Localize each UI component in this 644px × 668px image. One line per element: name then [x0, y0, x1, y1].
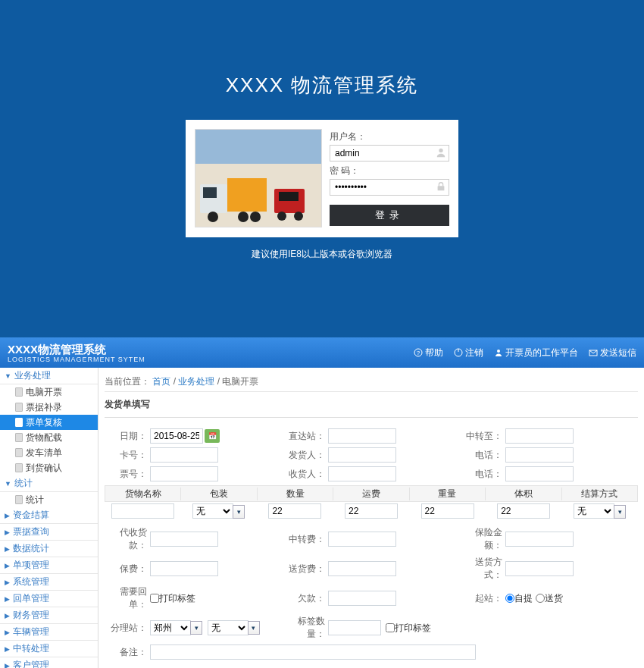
goods-name-input[interactable]: [111, 503, 174, 519]
package-select[interactable]: 无: [192, 503, 233, 519]
user-icon: [494, 348, 503, 357]
sidebar-group-finance[interactable]: ▶财务管理: [0, 607, 98, 624]
chevron-down-icon: ▾: [233, 505, 245, 519]
owe-label: 欠款：: [283, 592, 328, 605]
sidebar-item-arrival-confirm[interactable]: 到货确认: [0, 460, 98, 475]
branch-select[interactable]: 郑州: [150, 620, 191, 635]
caret-down-icon: ▼: [5, 372, 11, 380]
branch-select2[interactable]: 无: [208, 620, 249, 635]
qty-input[interactable]: [268, 503, 321, 519]
origin-deliver-radio[interactable]: [536, 594, 545, 603]
card-input[interactable]: [150, 447, 218, 463]
password-label: 密 码：: [330, 165, 449, 177]
login-title: XXXX 物流管理系统: [226, 72, 419, 99]
file-icon: [15, 387, 23, 397]
insamt-label: 保险金额：: [460, 526, 505, 552]
login-image: [195, 129, 322, 227]
crumb-business[interactable]: 业务处理: [178, 376, 214, 387]
print-checkbox[interactable]: [386, 623, 395, 632]
owe-input[interactable]: [328, 591, 396, 606]
transfer-input[interactable]: [505, 428, 574, 444]
svg-rect-1: [438, 186, 445, 190]
password-input[interactable]: [330, 179, 449, 196]
header-bar: XXXX物流管理系统 LOGISTICS MANAGERMENT SYTEM ?…: [0, 337, 644, 368]
receiver-input[interactable]: [328, 466, 396, 481]
help-link[interactable]: ?帮助: [414, 347, 443, 359]
insure-input[interactable]: [150, 561, 218, 576]
sidebar-group-receipt[interactable]: ▶回单管理: [0, 591, 98, 607]
username-input[interactable]: [330, 145, 449, 162]
collect-label: 代收货款：: [105, 526, 150, 552]
sms-link[interactable]: 发送短信: [589, 347, 636, 359]
weight-input[interactable]: [421, 503, 474, 519]
labelqty-label: 标签数量：: [283, 615, 328, 641]
shipway-input[interactable]: [505, 561, 574, 576]
transfee-label: 中转费：: [283, 533, 328, 546]
collect-input[interactable]: [150, 532, 218, 547]
caret-right-icon: ▶: [5, 512, 10, 519]
origin-self-radio[interactable]: [505, 594, 514, 603]
insamt-input[interactable]: [505, 532, 574, 547]
labelqty-input[interactable]: [328, 620, 381, 635]
return-checkbox[interactable]: [150, 594, 159, 603]
date-input[interactable]: [150, 428, 203, 444]
return-label: 需要回单：: [105, 585, 150, 611]
chevron-down-icon: ▾: [190, 621, 202, 635]
login-button[interactable]: 登录: [330, 205, 449, 226]
logout-icon: [454, 348, 463, 357]
sidebar-item-computer-ticket[interactable]: 电脑开票: [0, 384, 98, 400]
sidebar-group-ticket-query[interactable]: ▶票据查询: [0, 524, 98, 541]
note-label: 备注：: [105, 646, 150, 659]
transfer-label: 中转至：: [460, 430, 505, 443]
sidebar-item-departure-list[interactable]: 发车清单: [0, 445, 98, 460]
logout-link[interactable]: 注销: [454, 347, 483, 359]
settle-select[interactable]: 无: [574, 503, 614, 519]
sidebar-group-vehicle[interactable]: ▶车辆管理: [0, 624, 98, 641]
phone-input[interactable]: [505, 447, 574, 463]
ticket-input[interactable]: [150, 466, 218, 481]
transfee-input[interactable]: [328, 532, 396, 547]
mail-icon: [589, 348, 598, 357]
svg-point-6: [497, 350, 500, 353]
sender-label: 发货人：: [283, 449, 328, 462]
sidebar-item-cargo-load[interactable]: 货物配载: [0, 430, 98, 445]
file-icon: [15, 495, 23, 504]
sidebar-group-business[interactable]: ▼业务处理: [0, 368, 98, 384]
sidebar-group-data-stats[interactable]: ▶数据统计: [0, 541, 98, 557]
sidebar-group-system[interactable]: ▶系统管理: [0, 574, 98, 591]
direct-input[interactable]: [328, 428, 396, 444]
lock-icon: [436, 181, 446, 192]
caret-right-icon: ▶: [5, 629, 10, 636]
crumb-current: 电脑开票: [222, 376, 258, 387]
origin-label: 起站：: [460, 592, 505, 605]
fee-input[interactable]: [345, 503, 398, 519]
sidebar-group-customer[interactable]: ▶客户管理: [0, 657, 98, 668]
note-input[interactable]: [150, 644, 476, 660]
goods-table-header: 货物名称包装数量运费重量体积结算方式: [105, 485, 638, 502]
sidebar-group-single[interactable]: ▶单项管理: [0, 557, 98, 574]
sidebar-group-stats[interactable]: ▼统计: [0, 475, 98, 492]
file-icon: [15, 403, 23, 412]
username-label: 用户名：: [330, 130, 449, 143]
svg-point-0: [439, 149, 442, 152]
direct-label: 直达站：: [283, 430, 328, 443]
tfee-label: 送货费：: [283, 563, 328, 575]
tfee-input[interactable]: [328, 561, 396, 576]
sender-input[interactable]: [328, 447, 396, 463]
file-icon: [15, 433, 23, 442]
sidebar-item-ticket-review[interactable]: 票单复核: [0, 415, 98, 430]
caret-right-icon: ▶: [5, 612, 10, 619]
calendar-icon[interactable]: 📅: [205, 429, 220, 443]
date-label: 日期：: [105, 430, 150, 443]
caret-down-icon: ▼: [5, 480, 11, 488]
volume-input[interactable]: [497, 503, 550, 519]
file-icon: [15, 463, 23, 472]
workspace-link[interactable]: 开票员的工作平台: [494, 347, 578, 359]
sidebar-item-ticket-supplement[interactable]: 票据补录: [0, 400, 98, 415]
phone-label: 电话：: [460, 449, 505, 462]
sidebar-item-stats[interactable]: 统计: [0, 492, 98, 507]
crumb-home[interactable]: 首页: [152, 376, 170, 387]
sidebar-group-transfer[interactable]: ▶中转处理: [0, 641, 98, 657]
phone2-input[interactable]: [505, 466, 574, 481]
sidebar-group-fund[interactable]: ▶资金结算: [0, 507, 98, 524]
